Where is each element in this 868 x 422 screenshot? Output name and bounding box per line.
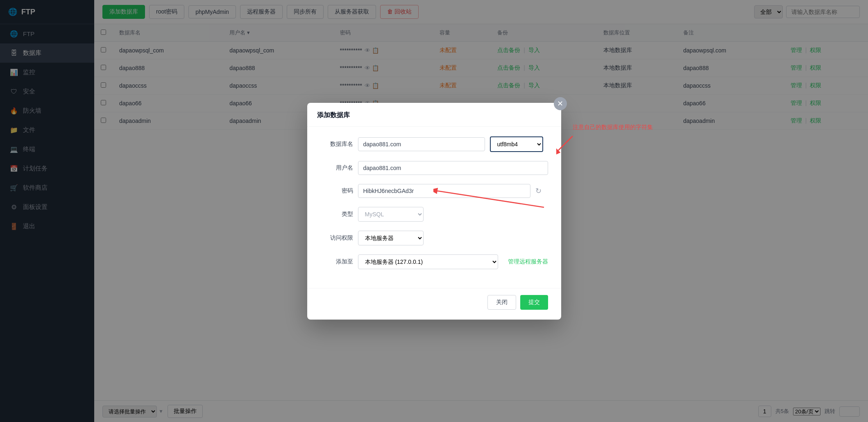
access-select[interactable]: 本地服务器 所有人 [358, 231, 424, 245]
type-select[interactable]: MySQL [358, 207, 424, 222]
close-modal-button[interactable]: 关闭 [487, 295, 516, 310]
password-label: 密码 [320, 187, 353, 195]
modal-overlay: ✕ 添加数据库 数据库名 utf8mb4 utf8 gbk latin1 注意自… [0, 0, 868, 422]
modal-body: 数据库名 utf8mb4 utf8 gbk latin1 注意自己的数据库使用的… [307, 127, 561, 288]
charset-select[interactable]: utf8mb4 utf8 gbk latin1 [490, 136, 543, 152]
modal-footer: 关闭 提交 [307, 288, 561, 320]
modal-title: 添加数据库 [307, 103, 561, 127]
type-label: 类型 [320, 211, 353, 218]
manage-remote-link[interactable]: 管理远程服务器 [508, 258, 548, 265]
db-name-row: 数据库名 utf8mb4 utf8 gbk latin1 注意自己的数据库使用的… [320, 136, 548, 152]
username-row: 用户名 [320, 161, 548, 175]
refresh-password-button[interactable]: ↻ [534, 185, 543, 197]
password-row: 密码 ↻ [320, 184, 548, 198]
add-to-select[interactable]: 本地服务器 (127.0.0.1) [358, 254, 498, 269]
add-to-row: 添加至 本地服务器 (127.0.0.1) 管理远程服务器 [320, 254, 548, 269]
add-database-modal: ✕ 添加数据库 数据库名 utf8mb4 utf8 gbk latin1 注意自… [307, 103, 561, 320]
svg-line-1 [558, 136, 573, 150]
db-name-label: 数据库名 [320, 141, 353, 148]
type-row: 类型 MySQL [320, 207, 548, 222]
access-row: 访问权限 本地服务器 所有人 [320, 231, 548, 245]
username-input[interactable] [358, 161, 548, 175]
annotation-arrow [556, 132, 581, 157]
submit-modal-button[interactable]: 提交 [520, 295, 548, 310]
access-label: 访问权限 [320, 234, 353, 242]
username-label: 用户名 [320, 164, 353, 172]
add-to-label: 添加至 [320, 258, 353, 265]
modal-close-button[interactable]: ✕ [554, 97, 567, 110]
charset-annotation: 注意自己的数据库使用的字符集 [573, 124, 653, 131]
db-name-input[interactable] [358, 137, 485, 151]
password-input[interactable] [358, 184, 530, 198]
